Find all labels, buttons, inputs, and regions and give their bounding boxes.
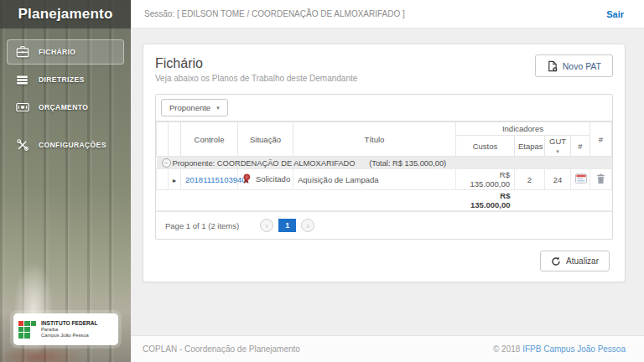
proponente-group-chip[interactable]: Proponente ▾ [161, 99, 228, 116]
sidebar-item-diretrizes[interactable]: DIRETRIZES [7, 67, 124, 92]
sidebar-item-orcamento[interactable]: ORÇAMENTO [7, 95, 124, 120]
sidebar-item-label: ORÇAMENTO [39, 103, 88, 111]
col-header-custos[interactable]: Custos [456, 136, 515, 157]
chevron-left-icon: ‹ [266, 221, 268, 230]
app-title: Planejamento [0, 0, 131, 28]
new-document-icon [547, 60, 558, 72]
footer: COPLAN - Coordenação de Planejamento © 2… [131, 335, 644, 362]
table-row: ▸ 20181115103940 Solicitado Aqu [157, 169, 612, 190]
custos-cell: R$ 135.000,00 [456, 169, 515, 190]
col-header-controle[interactable]: Controle [181, 122, 238, 157]
money-icon [14, 100, 30, 116]
col-header-hash: # [571, 136, 590, 157]
sidebar-item-label: DIRETRIZES [39, 75, 85, 84]
collapse-group-icon[interactable]: − [162, 158, 171, 168]
summary-row: R$ 135.000,00 [157, 190, 612, 211]
col-header-situacao[interactable]: Situação [238, 122, 293, 157]
group-row: − Proponente: COORDENAÇÃO DE ALMOXARIFAD… [157, 157, 612, 169]
col-header-titulo[interactable]: Título [293, 122, 456, 157]
etapas-cell: 2 [515, 169, 545, 190]
col-header-actions: # [590, 122, 612, 157]
col-group-toggle [157, 122, 169, 157]
ifpb-logo-icon [18, 321, 36, 339]
pagination: Page 1 of 1 (2 items) ‹ 1 › [156, 211, 612, 239]
seal-status-icon [242, 173, 252, 184]
prev-page-button[interactable]: ‹ [260, 219, 273, 232]
ifpb-logo: INSTITUTO FEDERAL Paraíba Campus João Pe… [13, 313, 118, 345]
col-expand [169, 122, 181, 157]
chevron-right-icon: › [307, 221, 309, 230]
sidebar-item-label: FICHÁRIO [39, 48, 75, 56]
ifpb-logo-line3: Campus João Pessoa [41, 333, 98, 339]
tools-icon [14, 137, 30, 153]
sidebar-item-label: CONFIGURAÇÕES [39, 141, 106, 149]
logout-link[interactable]: Sair [606, 9, 624, 19]
titulo-cell: Aquisição de Lampada [293, 169, 456, 190]
ifpb-logo-line2: Paraíba [41, 327, 98, 333]
novo-pat-label: Novo PAT [563, 61, 601, 71]
refresh-button[interactable]: Atualizar [540, 251, 610, 272]
data-grid: Proponente ▾ Controle [155, 94, 613, 240]
main-area: Sessão: [ EDILSON TOME / COORDENAÇÃO DE … [131, 0, 644, 362]
chevron-down-icon: ▾ [216, 105, 220, 111]
header-row-1: Controle Situação Título Indicadores # [157, 122, 612, 136]
sidebar-item-fichario[interactable]: FICHÁRIO [7, 39, 124, 65]
col-header-etapas[interactable]: Etapas [515, 136, 545, 157]
topbar: Sessão: [ EDILSON TOME / COORDENAÇÃO DE … [131, 0, 644, 28]
novo-pat-button[interactable]: Novo PAT [535, 54, 613, 77]
list-icon [14, 72, 30, 88]
briefcase-icon [14, 44, 30, 60]
expand-row-icon[interactable]: ▸ [173, 177, 176, 184]
group-label: Proponente: COORDENAÇÃO DE ALMOXARIFADO [173, 159, 356, 168]
group-by-panel: Proponente ▾ [156, 95, 612, 122]
content: Fichário Veja abaixo os Planos de Trabal… [131, 28, 644, 335]
col-header-indicadores: Indicadores [456, 122, 590, 136]
footer-text: COPLAN - Coordenação de Planejamento [143, 344, 300, 354]
pat-table: Controle Situação Título Indicadores # C… [156, 122, 612, 211]
next-page-button[interactable]: › [301, 219, 314, 232]
status-badge: Solicitado [256, 174, 290, 184]
sidebar-item-configuracoes[interactable]: CONFIGURAÇÕES [7, 132, 124, 158]
gut-cell: 24 [545, 169, 571, 190]
fichario-card: Fichário Veja abaixo os Planos de Trabal… [143, 44, 626, 282]
col-header-gut[interactable]: GUT ▾ [545, 136, 571, 157]
footer-campus-link[interactable]: IFPB Campus João Pessoa [522, 344, 626, 354]
sort-caret-icon[interactable]: ▾ [556, 148, 559, 154]
copyright: © 2018 [493, 344, 520, 354]
trash-icon[interactable] [596, 173, 605, 184]
refresh-icon [551, 256, 561, 266]
controle-link[interactable]: 20181115103940 [185, 175, 247, 184]
sidebar: Planejamento FICHÁRIO DIRETRIZES ORÇAMEN… [0, 0, 131, 362]
page-number-button[interactable]: 1 [278, 219, 296, 232]
summary-custos: R$ 135.000,00 [470, 191, 511, 209]
calendar-icon[interactable] [575, 173, 587, 184]
chip-label: Proponente [169, 103, 210, 112]
sidebar-nav: FICHÁRIO DIRETRIZES ORÇAMENTO CONFIGURAÇ… [0, 28, 131, 158]
pager-text: Page 1 of 1 (2 items) [165, 221, 239, 230]
group-total: (Total: R$ 135.000,00) [369, 159, 446, 168]
ifpb-logo-line1: INSTITUTO FEDERAL [41, 320, 98, 327]
refresh-label: Atualizar [566, 256, 599, 266]
session-info: Sessão: [ EDILSON TOME / COORDENAÇÃO DE … [144, 9, 405, 18]
